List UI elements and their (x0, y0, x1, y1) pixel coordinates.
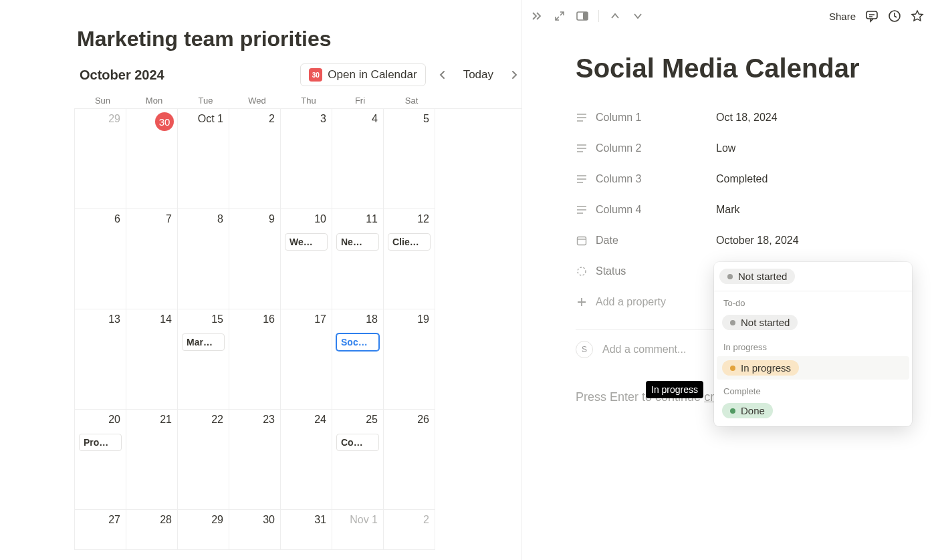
day-number: 25 (366, 414, 378, 426)
calendar-cell[interactable]: 24 (281, 410, 332, 510)
calendar-cell[interactable]: 22 (178, 410, 229, 510)
weekday-header-row: SunMonTueWedThuFriSat (77, 93, 521, 108)
calendar-cell[interactable]: 21 (126, 410, 178, 510)
add-property-label: Add a property (596, 296, 666, 308)
calendar-event[interactable]: Pro… (79, 434, 122, 451)
page-title: Marketing team priorities (77, 27, 521, 51)
favorite-icon[interactable] (911, 9, 924, 23)
property-row: Column 2Low (576, 133, 936, 164)
weekday-label: Thu (283, 93, 334, 108)
peek-mode-icon[interactable] (576, 9, 589, 23)
property-label[interactable]: Column 2 (576, 142, 703, 154)
calendar-cell[interactable]: 2 (384, 510, 435, 550)
calendar-cell[interactable]: 14 (126, 309, 178, 410)
calendar-cell[interactable]: 3 (281, 109, 332, 209)
calendar-cell[interactable]: 31 (281, 510, 332, 550)
day-number: 15 (211, 313, 223, 325)
status-option[interactable]: Not started (714, 312, 912, 335)
calendar-cell[interactable]: 9 (229, 209, 281, 309)
detail-title[interactable]: Social Media Calendar (576, 53, 936, 84)
calendar-header: October 2024 30 Open in Calendar Today (77, 63, 521, 86)
calendar-cell[interactable]: 15Mar… (178, 309, 229, 410)
calendar-event[interactable]: Ne… (336, 233, 379, 251)
calendar-cell[interactable]: 10We… (281, 209, 332, 309)
calendar-cell[interactable]: 29 (75, 109, 126, 209)
calendar-cell[interactable]: 20Pro… (75, 410, 126, 510)
calendar-cell[interactable]: 23 (229, 410, 281, 510)
calendar-event[interactable]: Mar… (182, 333, 225, 351)
calendar-cell[interactable]: 18Soc… (332, 309, 384, 410)
day-number: 22 (211, 414, 223, 426)
weekday-label: Fri (334, 93, 386, 108)
calendar-cell[interactable]: 16 (229, 309, 281, 410)
day-number: 26 (417, 414, 429, 426)
status-option[interactable]: Done (714, 400, 912, 424)
status-select-popover[interactable]: Not started To-doNot startedIn progressI… (714, 262, 912, 426)
prev-record-icon[interactable] (608, 9, 622, 23)
next-month-button[interactable] (507, 66, 521, 84)
prev-month-button[interactable] (435, 66, 450, 84)
calendar-event[interactable]: Soc… (336, 333, 379, 351)
property-value[interactable]: Low (716, 142, 735, 154)
calendar-cell[interactable]: 2 (229, 109, 281, 209)
property-label[interactable]: Column 1 (576, 112, 703, 124)
open-in-calendar-button[interactable]: 30 Open in Calendar (300, 63, 425, 86)
calendar-event[interactable]: Co… (336, 434, 379, 451)
calendar-cell[interactable]: 6 (75, 209, 126, 309)
property-value[interactable]: Oct 18, 2024 (716, 112, 778, 124)
calendar-cell[interactable]: Oct 1 (178, 109, 229, 209)
calendar-cell[interactable]: 28 (126, 510, 178, 550)
toolbar-separator (598, 10, 599, 22)
calendar-cell[interactable]: 25Co… (332, 410, 384, 510)
calendar-cell[interactable]: 13 (75, 309, 126, 410)
property-row: Column 4Mark (576, 194, 936, 225)
text-property-icon (576, 112, 588, 124)
calendar-event[interactable]: Clie… (388, 233, 431, 251)
next-record-icon[interactable] (631, 9, 645, 23)
avatar: S (576, 341, 593, 358)
calendar-cell[interactable]: 12Clie… (384, 209, 435, 309)
calendar-cell[interactable]: 19 (384, 309, 435, 410)
day-number: 2 (423, 514, 429, 526)
property-label[interactable]: Column 4 (576, 204, 703, 216)
calendar-cell[interactable]: 8 (178, 209, 229, 309)
property-label[interactable]: Column 3 (576, 173, 703, 185)
day-number: 30 (263, 514, 275, 526)
day-number: 16 (263, 313, 275, 325)
weekday-label: Mon (128, 93, 180, 108)
calendar-cell[interactable]: 30 (126, 109, 178, 209)
calendar-cell[interactable]: 30 (229, 510, 281, 550)
today-button[interactable]: Today (459, 65, 497, 84)
property-label[interactable]: Status (576, 265, 703, 277)
status-selected-value: Not started (714, 265, 912, 291)
day-number: 11 (366, 213, 378, 225)
calendar-cell[interactable]: 26 (384, 410, 435, 510)
property-label[interactable]: Date (576, 235, 703, 247)
close-peek-icon[interactable] (530, 9, 544, 23)
calendar-cell[interactable]: Nov 1 (332, 510, 384, 550)
day-number: 29 (108, 113, 120, 125)
calendar-event[interactable]: We… (285, 233, 328, 251)
status-option[interactable]: In progress (717, 356, 909, 380)
calendar-cell[interactable]: 27 (75, 510, 126, 550)
calendar-cell[interactable]: 17 (281, 309, 332, 410)
share-button[interactable]: Share (829, 11, 856, 22)
day-number: 19 (417, 313, 429, 325)
day-number: 17 (314, 313, 326, 325)
calendar-cell[interactable]: 11Ne… (332, 209, 384, 309)
day-number: 28 (160, 514, 172, 526)
comments-icon[interactable] (865, 9, 879, 23)
expand-icon[interactable] (553, 9, 566, 23)
property-value[interactable]: Mark (716, 204, 740, 216)
day-number: 10 (314, 213, 326, 225)
day-number: 12 (417, 213, 429, 225)
calendar-cell[interactable]: 29 (178, 510, 229, 550)
calendar-cell[interactable]: 5 (384, 109, 435, 209)
day-number: 9 (269, 213, 275, 225)
property-value[interactable]: October 18, 2024 (716, 235, 799, 247)
day-number: 3 (320, 113, 326, 125)
calendar-cell[interactable]: 7 (126, 209, 178, 309)
updates-icon[interactable] (888, 9, 901, 23)
property-value[interactable]: Completed (716, 173, 768, 185)
calendar-cell[interactable]: 4 (332, 109, 384, 209)
